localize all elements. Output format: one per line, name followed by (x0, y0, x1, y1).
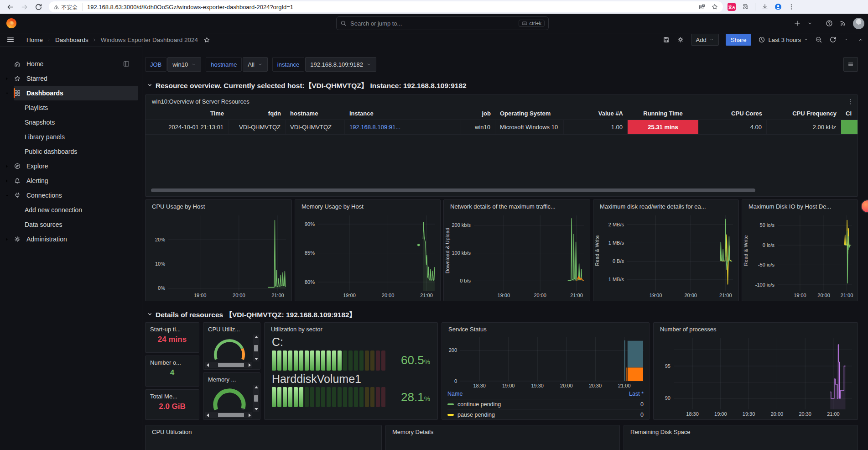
horizontal-scrollbar[interactable] (205, 362, 252, 368)
zoom-out-time-icon[interactable] (815, 36, 822, 43)
panel-title[interactable]: Start-up ti... (146, 323, 199, 334)
site-security-chip[interactable]: 不安全 (53, 3, 83, 11)
sidebar-item-administration[interactable]: Administration (0, 232, 138, 246)
panel-title[interactable]: win10:Overview of Server Resources (146, 95, 858, 106)
vertical-scrollbar[interactable] (253, 335, 259, 361)
row-header-resource-overview[interactable]: Resource overview. Currently selected ho… (147, 80, 467, 90)
floating-notification-button[interactable] (861, 199, 868, 213)
sidebar-item-connections[interactable]: Connections (0, 188, 138, 203)
sidebar-item-library-panels[interactable]: Library panels (0, 130, 138, 144)
panel-title[interactable]: CPU Usage by Host (146, 200, 291, 211)
mega-menu-toggle-icon[interactable] (6, 36, 15, 44)
variable-value-dropdown[interactable]: All (243, 57, 267, 72)
sidebar-item-dashboards[interactable]: Dashboards (14, 86, 138, 100)
chevron-down-icon[interactable] (0, 90, 14, 96)
lcd-cell (321, 387, 325, 407)
panel-title[interactable]: Number o... (146, 356, 199, 367)
legend-row-continue-pending[interactable]: continue pending0 (447, 399, 644, 410)
sidebar-item-starred[interactable]: Starred (0, 71, 138, 86)
user-avatar[interactable] (853, 18, 864, 29)
add-panel-button[interactable]: Add (691, 34, 719, 46)
panel-title[interactable]: Memory Usage by Host (295, 200, 440, 211)
address-bar[interactable]: 不安全 192.168.8.63:3000/d/Kdh0OoSGz/window… (49, 1, 723, 12)
panel-title[interactable]: Memory ... (203, 373, 260, 383)
table-column-header[interactable]: fqdn (229, 110, 286, 117)
table-horizontal-scrollbar[interactable] (151, 188, 755, 192)
panel-title[interactable]: Total Me... (146, 390, 199, 401)
table-column-header[interactable]: Cl (841, 110, 858, 117)
chevron-right-icon[interactable] (0, 163, 14, 169)
time-range-picker[interactable]: Last 3 hours (758, 36, 808, 43)
panel-title[interactable]: Memory Details (386, 425, 619, 437)
table-column-header[interactable]: Value #A (564, 110, 628, 117)
browser-profile-avatar[interactable] (774, 3, 782, 10)
table-column-header[interactable]: hostname (286, 110, 345, 117)
variable-value-dropdown[interactable]: win10 (167, 57, 201, 72)
chevron-right-icon[interactable] (0, 178, 14, 184)
chevron-right-icon[interactable] (0, 76, 14, 82)
sidebar-item-home[interactable]: Home (0, 57, 138, 71)
grafana-logo-icon[interactable] (6, 18, 16, 28)
share-button[interactable]: Share (726, 34, 752, 46)
table-cell: 2024-10-01 21:13:01 (146, 120, 229, 134)
extensions-puzzle-icon[interactable] (742, 3, 749, 10)
chevron-down-icon[interactable] (0, 193, 14, 199)
panel-title[interactable]: Network details of the maximum traffic..… (444, 200, 590, 211)
panel-title[interactable]: Number of processes (654, 323, 858, 334)
breadcrumb-home[interactable]: Home (26, 37, 43, 43)
sidebar-item-public-dashboards[interactable]: Public dashboards (0, 144, 138, 159)
sidebar-item-data-sources[interactable]: Data sources (0, 217, 138, 232)
refresh-icon[interactable] (829, 36, 837, 43)
panel-title[interactable]: Remaining Disk Space (624, 425, 858, 437)
panel-title[interactable]: Utilization by sector (265, 323, 437, 334)
browser-forward-icon[interactable] (21, 3, 28, 11)
save-dashboard-icon[interactable] (663, 36, 670, 43)
favorite-star-icon[interactable] (203, 37, 210, 43)
breadcrumb-dashboards[interactable]: Dashboards (55, 37, 88, 43)
chevron-down-icon[interactable] (807, 21, 812, 26)
table-cell-instance-link[interactable]: 192.168.8.109:91... (345, 120, 461, 134)
panel-title[interactable]: Service Status (442, 323, 649, 334)
panel-title[interactable]: Maximum Disk IO by Host De... (742, 200, 858, 211)
add-new-icon[interactable] (794, 20, 801, 27)
sidebar-item-alerting[interactable]: Alerting (0, 173, 138, 188)
chevron-right-icon[interactable] (0, 236, 14, 242)
browser-menu-kebab-icon[interactable] (788, 3, 795, 10)
translate-extension-icon[interactable]: 文A (728, 3, 736, 11)
table-column-header[interactable]: Operating System (495, 110, 564, 117)
browser-back-icon[interactable] (6, 3, 14, 11)
bookmark-star-icon[interactable] (711, 3, 718, 10)
translate-icon[interactable]: A (698, 3, 706, 10)
legend-last-header[interactable]: Last * (629, 391, 644, 397)
dock-sidebar-icon[interactable] (123, 60, 130, 68)
chevron-up-icon[interactable] (858, 37, 863, 42)
panel-menu-kebab-icon[interactable] (847, 98, 854, 105)
panel-title[interactable]: CPU Utiliz... (203, 323, 260, 333)
table-column-header[interactable]: CPU Cores (698, 110, 767, 117)
panel-title[interactable]: CPU Utilization (146, 425, 381, 437)
browser-reload-icon[interactable] (35, 3, 42, 11)
table-column-header[interactable]: instance (345, 110, 461, 117)
refresh-interval-chevron-icon[interactable] (843, 37, 848, 42)
panel-title[interactable]: Maximum disk read/write details for ea..… (593, 200, 738, 211)
sidebar-item-explore[interactable]: Explore (0, 159, 138, 173)
legend-row-pause-pending[interactable]: pause pending0 (447, 410, 644, 420)
row-header-details[interactable]: Details of resources 【VDI-QHMVTQZ: 192.1… (147, 309, 356, 319)
vertical-scrollbar[interactable] (253, 385, 259, 412)
download-icon[interactable] (761, 3, 769, 10)
table-column-header[interactable]: job (461, 110, 495, 117)
help-icon[interactable] (826, 20, 833, 27)
search-input[interactable]: Search or jump to... ctrl+k (336, 16, 549, 30)
table-column-header[interactable]: Running Time (628, 110, 698, 117)
panel-list-toggle-button[interactable] (843, 57, 858, 72)
legend-name-header[interactable]: Name (447, 391, 463, 397)
table-column-header[interactable]: Time (146, 110, 229, 117)
sidebar-item-playlists[interactable]: Playlists (0, 100, 138, 115)
table-column-header[interactable]: CPU Frequency (767, 110, 841, 117)
sidebar-item-snapshots[interactable]: Snapshots (0, 115, 138, 130)
dashboard-settings-gear-icon[interactable] (677, 36, 684, 43)
sidebar-item-add-new-connection[interactable]: Add new connection (0, 203, 138, 217)
news-rss-icon[interactable] (839, 20, 847, 27)
variable-value-dropdown[interactable]: 192.168.8.109:9182 (305, 57, 376, 72)
horizontal-scrollbar[interactable] (205, 412, 252, 418)
